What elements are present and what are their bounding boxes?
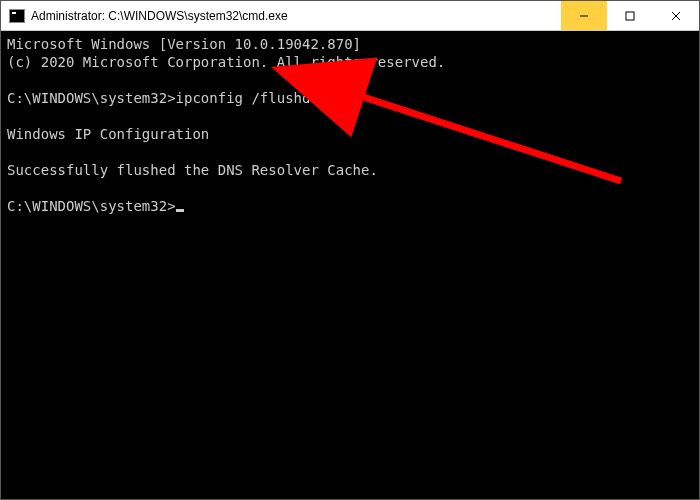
titlebar[interactable]: Administrator: C:\WINDOWS\system32\cmd.e… [1, 1, 699, 31]
maximize-button[interactable] [607, 1, 653, 30]
svg-rect-1 [626, 12, 634, 20]
blank-line [7, 179, 693, 197]
prompt-line: C:\WINDOWS\system32> [7, 197, 693, 215]
terminal-area[interactable]: Microsoft Windows [Version 10.0.19042.87… [1, 31, 699, 499]
prompt-text: C:\WINDOWS\system32> [7, 198, 176, 214]
output-line: Successfully flushed the DNS Resolver Ca… [7, 161, 693, 179]
window-controls [561, 1, 699, 30]
minimize-button[interactable] [561, 1, 607, 30]
cmd-icon [9, 9, 25, 23]
cursor [176, 209, 184, 212]
output-line: Windows IP Configuration [7, 125, 693, 143]
output-line: (c) 2020 Microsoft Corporation. All righ… [7, 53, 693, 71]
output-line: Microsoft Windows [Version 10.0.19042.87… [7, 35, 693, 53]
blank-line [7, 71, 693, 89]
blank-line [7, 107, 693, 125]
window-title: Administrator: C:\WINDOWS\system32\cmd.e… [31, 9, 561, 23]
blank-line [7, 143, 693, 161]
cmd-window: Administrator: C:\WINDOWS\system32\cmd.e… [0, 0, 700, 500]
close-button[interactable] [653, 1, 699, 30]
command-line: C:\WINDOWS\system32>ipconfig /flushdns [7, 89, 693, 107]
